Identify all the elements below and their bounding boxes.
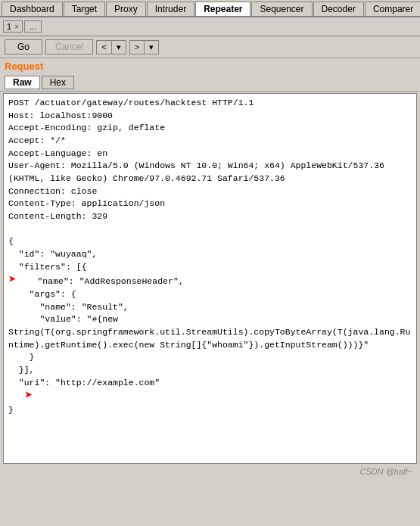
back-button-group: < ▾ bbox=[96, 40, 126, 54]
repeater-tab-bar: 1 × ... bbox=[0, 17, 420, 36]
tab-dashboard[interactable]: Dashboard bbox=[2, 2, 63, 16]
watermark: CSDN @half~ bbox=[0, 465, 420, 478]
request-editor[interactable]: POST /actuator/gateway/routes/hacktest H… bbox=[3, 93, 417, 464]
forward-button-group: > ▾ bbox=[129, 40, 159, 54]
tab-sequencer[interactable]: Sequencer bbox=[251, 2, 312, 16]
tab-decoder[interactable]: Decoder bbox=[313, 2, 364, 16]
cancel-button[interactable]: Cancel bbox=[45, 39, 93, 54]
main-tab-bar: Dashboard Target Proxy Intruder Repeater… bbox=[0, 0, 420, 17]
more-tabs-button[interactable]: ... bbox=[24, 20, 42, 33]
tab-proxy[interactable]: Proxy bbox=[106, 2, 146, 16]
go-button[interactable]: Go bbox=[5, 39, 42, 54]
back-button[interactable]: < bbox=[97, 41, 111, 54]
sub-tab-hex[interactable]: Hex bbox=[42, 76, 74, 89]
tab-comparer[interactable]: Comparer bbox=[365, 2, 420, 16]
request-label: Request bbox=[0, 58, 420, 74]
sub-tab-raw[interactable]: Raw bbox=[5, 76, 40, 89]
tab-number: 1 bbox=[7, 22, 11, 31]
app-container: Dashboard Target Proxy Intruder Repeater… bbox=[0, 0, 420, 478]
tab-repeater[interactable]: Repeater bbox=[195, 2, 250, 16]
back-dropdown-button[interactable]: ▾ bbox=[112, 41, 126, 54]
sub-tab-bar: Raw Hex bbox=[0, 74, 420, 92]
toolbar: Go Cancel < ▾ > ▾ bbox=[0, 36, 420, 58]
tab-intruder[interactable]: Intruder bbox=[147, 2, 194, 16]
request-content-wrapper: POST /actuator/gateway/routes/hacktest H… bbox=[0, 93, 420, 464]
repeater-tab-1[interactable]: 1 × bbox=[3, 20, 23, 33]
forward-button[interactable]: > bbox=[130, 41, 145, 54]
forward-dropdown-button[interactable]: ▾ bbox=[145, 41, 158, 54]
tab-close-icon[interactable]: × bbox=[14, 23, 19, 31]
tab-target[interactable]: Target bbox=[64, 2, 105, 16]
